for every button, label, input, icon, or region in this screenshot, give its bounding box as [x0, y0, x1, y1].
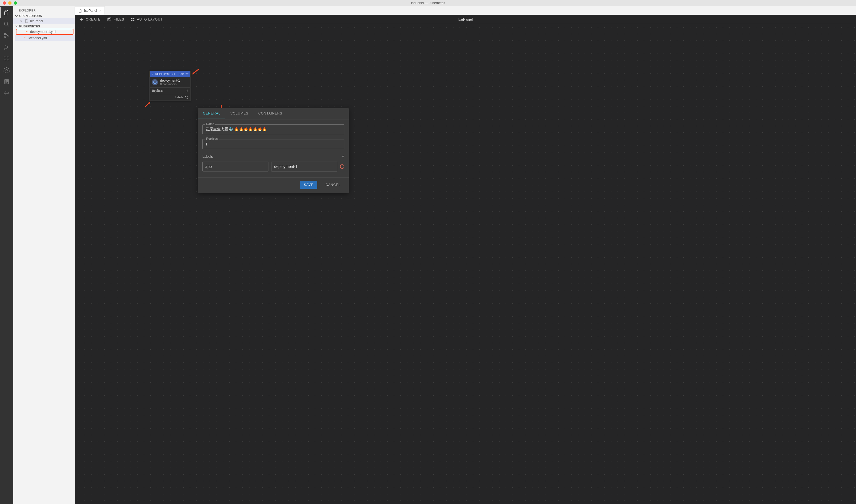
chevron-down-icon: [15, 25, 18, 28]
panel-tabs: GENERAL VOLUMES CONTAINERS: [198, 108, 349, 120]
file-icon: [78, 9, 82, 13]
svg-point-3: [4, 37, 6, 38]
tab-label: IcePanel: [84, 9, 97, 13]
svg-rect-25: [133, 18, 134, 19]
svg-rect-8: [4, 59, 6, 61]
fullscreen-window-button[interactable]: [14, 1, 17, 5]
gear-icon[interactable]: [185, 72, 189, 76]
node-type-label: DEPLOYMENT: [155, 73, 177, 76]
file-item-icepanel[interactable]: icepanel.yml: [15, 35, 74, 41]
minimize-window-button[interactable]: [8, 1, 12, 5]
run-debug-activity-icon[interactable]: [3, 44, 10, 50]
cancel-button[interactable]: CANCEL: [322, 181, 344, 189]
label-key-input[interactable]: [202, 162, 269, 172]
tab-icepanel[interactable]: IcePanel ×: [75, 6, 105, 15]
empty-circle-icon: [185, 96, 188, 99]
svg-point-5: [4, 48, 5, 49]
tab-general[interactable]: GENERAL: [198, 108, 225, 119]
svg-rect-26: [131, 19, 133, 21]
notebook-activity-icon[interactable]: [3, 78, 10, 85]
grid-icon: [131, 18, 135, 21]
workspace-label: KUBERNETES: [19, 25, 40, 28]
open-editor-item[interactable]: × IcePanel: [13, 18, 74, 24]
svg-point-28: [187, 73, 188, 74]
svg-rect-22: [108, 18, 110, 21]
icepanel-view: CREATE FILES AUTO LAYOUT IcePanel: [75, 15, 856, 504]
annotation-arrow: [144, 100, 152, 108]
labels-label: Labels: [175, 95, 184, 100]
open-editors-header[interactable]: OPEN EDITORS: [13, 14, 74, 18]
svg-point-0: [4, 22, 8, 25]
canvas[interactable]: × DEPLOYMENT Edit deployment-1 0 contain…: [75, 24, 856, 504]
labels-header: Labels: [202, 155, 213, 159]
files-label: FILES: [114, 18, 124, 21]
file-item-deployment[interactable]: deployment-1.yml: [16, 29, 73, 35]
close-tab-icon[interactable]: ×: [99, 9, 101, 13]
files-button[interactable]: FILES: [107, 18, 124, 21]
remove-label-button[interactable]: –: [340, 164, 344, 169]
canvas-toolbar: CREATE FILES AUTO LAYOUT IcePanel: [75, 15, 856, 24]
label-value-input[interactable]: [271, 162, 337, 172]
svg-point-11: [6, 69, 7, 71]
tab-volumes[interactable]: VOLUMES: [225, 108, 253, 119]
replicas-value: 1: [186, 89, 188, 93]
activity-bar: [0, 6, 13, 504]
svg-line-1: [7, 25, 9, 26]
window-title: IcePanel — kubernetes: [411, 1, 445, 5]
save-button[interactable]: SAVE: [300, 181, 317, 189]
svg-marker-30: [148, 102, 151, 104]
svg-rect-24: [131, 18, 133, 19]
properties-panel: GENERAL VOLUMES CONTAINERS Name Replicas: [198, 108, 349, 193]
node-body: deployment-1 0 containers: [150, 77, 190, 88]
svg-rect-6: [4, 56, 6, 58]
close-node-icon[interactable]: ×: [151, 72, 154, 76]
svg-rect-9: [7, 59, 9, 61]
svg-rect-7: [7, 56, 9, 58]
node-replicas-row: Replicas 1: [150, 88, 190, 94]
tab-containers[interactable]: CONTAINERS: [253, 108, 287, 119]
svg-point-4: [8, 35, 9, 36]
plus-icon: [80, 18, 84, 21]
search-activity-icon[interactable]: [3, 21, 10, 28]
extensions-activity-icon[interactable]: [3, 55, 10, 62]
svg-rect-19: [5, 91, 6, 92]
add-label-button[interactable]: +: [342, 154, 344, 159]
window-controls: [0, 1, 17, 5]
kubernetes-activity-icon[interactable]: [3, 67, 10, 73]
auto-layout-button[interactable]: AUTO LAYOUT: [131, 18, 163, 21]
replicas-input[interactable]: [202, 139, 344, 149]
close-window-button[interactable]: [3, 1, 6, 5]
name-input[interactable]: [202, 124, 344, 134]
svg-rect-23: [108, 18, 111, 20]
name-field-label: Name: [205, 122, 215, 125]
annotation-arrow: [191, 68, 199, 76]
svg-rect-27: [133, 19, 134, 21]
create-button[interactable]: CREATE: [80, 18, 101, 21]
workspace-header[interactable]: KUBERNETES: [13, 24, 74, 29]
create-label: CREATE: [86, 18, 101, 21]
file-icon: [25, 19, 29, 23]
yaml-file-icon: [23, 36, 27, 40]
yaml-file-icon: [25, 30, 29, 34]
close-icon[interactable]: ×: [19, 19, 23, 23]
docker-activity-icon[interactable]: [3, 90, 10, 96]
edit-node-button[interactable]: Edit: [178, 72, 184, 76]
chevron-down-icon: [15, 14, 18, 18]
file-label: icepanel.yml: [29, 36, 47, 40]
editor-region: IcePanel × CREATE FILES: [75, 6, 856, 504]
tab-bar: IcePanel ×: [75, 6, 856, 15]
node-labels-row: Labels: [150, 94, 190, 101]
deployment-node[interactable]: × DEPLOYMENT Edit deployment-1 0 contain…: [150, 71, 191, 101]
explorer-sidebar: EXPLORER OPEN EDITORS × IcePanel KUBERNE…: [13, 6, 75, 504]
titlebar: IcePanel — kubernetes: [0, 0, 856, 6]
node-name: deployment-1: [160, 78, 180, 83]
open-editor-label: IcePanel: [30, 19, 43, 23]
replicas-field-label: Replicas: [205, 137, 219, 140]
canvas-title: IcePanel: [458, 17, 473, 22]
explorer-activity-icon[interactable]: [3, 9, 10, 16]
files-icon: [107, 18, 112, 21]
svg-marker-29: [192, 72, 194, 74]
source-control-activity-icon[interactable]: [3, 32, 10, 39]
svg-point-2: [4, 33, 6, 35]
node-header: × DEPLOYMENT Edit: [150, 71, 190, 77]
